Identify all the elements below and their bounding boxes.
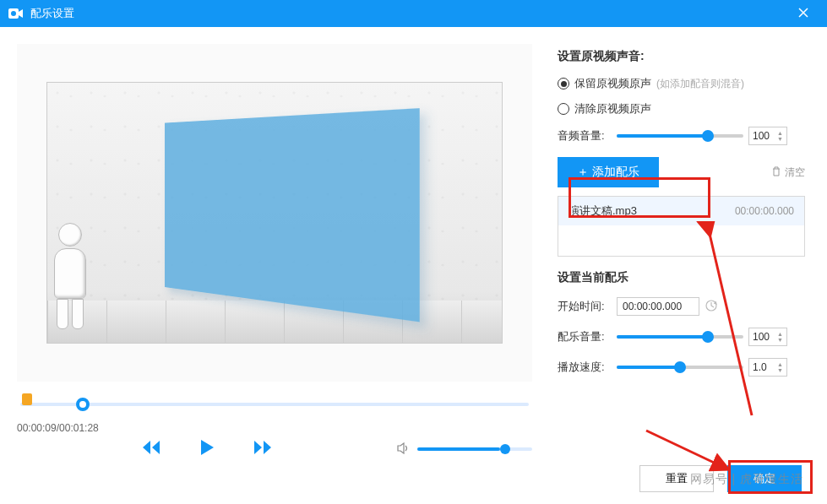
music-volume-input[interactable]: 100 ▲▼ <box>748 328 787 346</box>
trash-icon <box>771 166 781 179</box>
svg-point-1 <box>11 11 16 16</box>
timeline-playhead[interactable] <box>76 398 90 411</box>
music-list: 演讲文稿.mp3 00:00:00.000 <box>558 196 805 257</box>
close-icon <box>798 8 808 18</box>
preview-volume-slider[interactable] <box>417 447 532 451</box>
clear-label: 清空 <box>785 165 805 180</box>
play-icon <box>199 439 215 456</box>
mannequin-figure <box>47 223 93 333</box>
radio-clear-original[interactable]: 清除原视频原声 <box>558 101 805 117</box>
preview-panel: 00:00:09/00:01:28 <box>0 27 549 504</box>
titlebar: 配乐设置 <box>0 0 827 27</box>
spinner-icon[interactable]: ▲▼ <box>777 361 783 373</box>
speaker-icon[interactable] <box>397 442 411 457</box>
speed-label: 播放速度: <box>558 360 612 375</box>
plus-icon: ＋ <box>577 165 589 180</box>
music-item-name: 演讲文稿.mp3 <box>569 203 637 219</box>
reset-time-icon[interactable] <box>705 299 718 315</box>
audio-volume-slider[interactable] <box>617 134 743 138</box>
ok-button[interactable]: 确定 <box>727 465 802 492</box>
audio-volume-input[interactable]: 100 ▲▼ <box>748 127 787 145</box>
radio-keep-original[interactable]: 保留原视频原声 (如添加配音则混音) <box>558 76 805 91</box>
current-music-title: 设置当前配乐 <box>558 270 805 285</box>
radio-icon <box>558 78 569 89</box>
original-sound-title: 设置原视频声音: <box>558 49 805 64</box>
rewind-icon <box>142 440 161 455</box>
timeline-in-marker[interactable] <box>22 393 32 405</box>
clear-music-button[interactable]: 清空 <box>771 165 805 180</box>
video-preview[interactable] <box>17 44 532 382</box>
reset-button[interactable]: 重置 <box>639 465 714 492</box>
music-volume-slider[interactable] <box>617 335 743 339</box>
start-time-input[interactable]: 00:00:00.000 <box>617 297 699 316</box>
rewind-button[interactable] <box>142 440 161 458</box>
radio-icon <box>558 103 569 115</box>
window-title: 配乐设置 <box>30 6 786 21</box>
start-time-label: 开始时间: <box>558 299 612 314</box>
radio-clear-label: 清除原视频原声 <box>574 101 651 117</box>
music-volume-label: 配乐音量: <box>558 329 612 344</box>
speed-slider[interactable] <box>617 366 743 369</box>
spinner-icon[interactable]: ▲▼ <box>777 130 783 142</box>
spinner-icon[interactable]: ▲▼ <box>777 331 783 343</box>
music-item[interactable]: 演讲文稿.mp3 00:00:00.000 <box>558 197 804 225</box>
play-button[interactable] <box>199 439 215 459</box>
app-icon <box>7 5 24 22</box>
timeline-slider[interactable] <box>17 393 532 414</box>
forward-button[interactable] <box>253 440 272 458</box>
time-display: 00:00:09/00:01:28 <box>17 422 532 434</box>
add-music-label: 添加配乐 <box>592 165 639 180</box>
close-button[interactable] <box>786 6 820 21</box>
music-item-duration: 00:00:00.000 <box>735 205 794 217</box>
radio-keep-label: 保留原视频原声 <box>574 76 651 91</box>
settings-panel: 设置原视频声音: 保留原视频原声 (如添加配音则混音) 清除原视频原声 音频音量… <box>549 27 827 504</box>
forward-icon <box>253 440 272 455</box>
add-music-button[interactable]: ＋ 添加配乐 <box>558 157 659 187</box>
speed-input[interactable]: 1.0 ▲▼ <box>748 358 787 377</box>
radio-keep-hint: (如添加配音则混音) <box>656 77 744 91</box>
audio-volume-label: 音频音量: <box>558 128 612 144</box>
